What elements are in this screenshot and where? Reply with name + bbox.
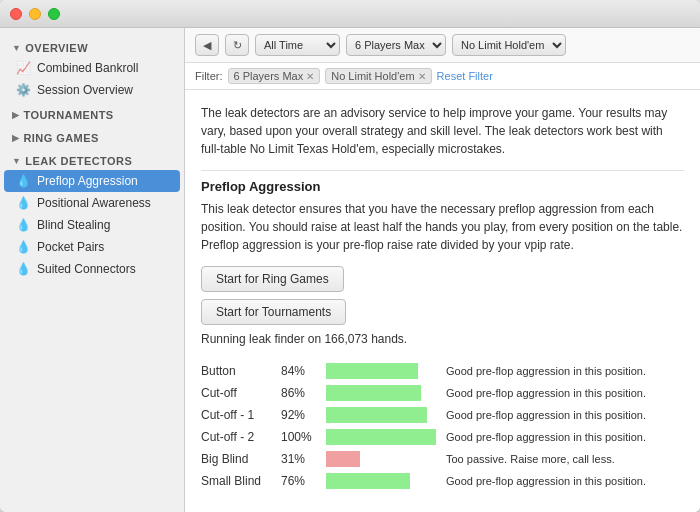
suited-connectors-label: Suited Connectors bbox=[37, 262, 136, 276]
position-bar-container bbox=[326, 404, 446, 426]
position-pct: 92% bbox=[281, 404, 326, 426]
position-note: Good pre-flop aggression in this positio… bbox=[446, 426, 684, 448]
sidebar-item-combined-bankroll[interactable]: 📈 Combined Bankroll bbox=[0, 57, 184, 79]
position-note: Good pre-flop aggression in this positio… bbox=[446, 404, 684, 426]
refresh-icon: ↻ bbox=[233, 39, 242, 52]
table-row: Button 84% Good pre-flop aggression in t… bbox=[201, 360, 684, 382]
reset-filter-link[interactable]: Reset Filter bbox=[437, 70, 493, 82]
position-bar-container bbox=[326, 382, 446, 404]
divider bbox=[201, 170, 684, 171]
overview-arrow: ▼ bbox=[12, 43, 21, 53]
sidebar-section-leak-detectors[interactable]: ▼ LEAK DETECTORS bbox=[0, 147, 184, 170]
filter-tag-players[interactable]: 6 Players Max ✕ bbox=[228, 68, 321, 84]
main-content: The leak detectors are an advisory servi… bbox=[185, 90, 700, 512]
position-pct: 86% bbox=[281, 382, 326, 404]
position-name: Small Blind bbox=[201, 470, 281, 492]
position-note: Good pre-flop aggression in this positio… bbox=[446, 470, 684, 492]
table-row: Cut-off 86% Good pre-flop aggression in … bbox=[201, 382, 684, 404]
table-row: Cut-off - 2 100% Good pre-flop aggressio… bbox=[201, 426, 684, 448]
position-name: Cut-off bbox=[201, 382, 281, 404]
position-bar-container bbox=[326, 470, 446, 492]
players-select[interactable]: 6 Players Max 9 Players Max All bbox=[346, 34, 446, 56]
table-row: Small Blind 76% Good pre-flop aggression… bbox=[201, 470, 684, 492]
section-desc: This leak detector ensures that you have… bbox=[201, 200, 684, 254]
sidebar-item-blind-stealing[interactable]: 💧 Blind Stealing bbox=[0, 214, 184, 236]
leak-detectors-arrow: ▼ bbox=[12, 156, 21, 166]
btn-ring-games[interactable]: Start for Ring Games bbox=[201, 266, 344, 292]
position-bar-container bbox=[326, 426, 446, 448]
ring-games-arrow: ▶ bbox=[12, 133, 19, 143]
drop-icon-suited: 💧 bbox=[16, 262, 31, 276]
toolbar: ◀ ↻ All Time This Year This Month This W… bbox=[185, 28, 700, 63]
tournaments-label: TOURNAMENTS bbox=[23, 109, 113, 121]
position-pct: 31% bbox=[281, 448, 326, 470]
main-window: ▼ OVERVIEW 📈 Combined Bankroll ⚙️ Sessio… bbox=[0, 0, 700, 512]
tournaments-arrow: ▶ bbox=[12, 110, 19, 120]
position-note: Good pre-flop aggression in this positio… bbox=[446, 382, 684, 404]
table-row: Cut-off - 1 92% Good pre-flop aggression… bbox=[201, 404, 684, 426]
sidebar-item-suited-connectors[interactable]: 💧 Suited Connectors bbox=[0, 258, 184, 280]
position-note: Too passive. Raise more, call less. bbox=[446, 448, 684, 470]
position-bar bbox=[326, 451, 360, 467]
position-name: Cut-off - 1 bbox=[201, 404, 281, 426]
drop-icon-blind: 💧 bbox=[16, 218, 31, 232]
combined-bankroll-label: Combined Bankroll bbox=[37, 61, 138, 75]
position-bar-container bbox=[326, 360, 446, 382]
close-button[interactable] bbox=[10, 8, 22, 20]
position-name: Cut-off - 2 bbox=[201, 426, 281, 448]
leak-detectors-label: LEAK DETECTORS bbox=[25, 155, 132, 167]
ring-games-label: RING GAMES bbox=[23, 132, 98, 144]
sidebar-item-pocket-pairs[interactable]: 💧 Pocket Pairs bbox=[0, 236, 184, 258]
main-panel: ◀ ↻ All Time This Year This Month This W… bbox=[185, 28, 700, 512]
filter-tag-game-remove[interactable]: ✕ bbox=[418, 71, 426, 82]
blind-stealing-label: Blind Stealing bbox=[37, 218, 110, 232]
sidebar-item-session-overview[interactable]: ⚙️ Session Overview bbox=[0, 79, 184, 101]
minimize-button[interactable] bbox=[29, 8, 41, 20]
position-bar bbox=[326, 473, 410, 489]
sidebar-item-positional-awareness[interactable]: 💧 Positional Awareness bbox=[0, 192, 184, 214]
back-icon: ◀ bbox=[203, 39, 211, 52]
position-bar bbox=[326, 363, 418, 379]
position-bar bbox=[326, 385, 421, 401]
positions-table: Button 84% Good pre-flop aggression in t… bbox=[201, 360, 684, 492]
drop-icon-pocket: 💧 bbox=[16, 240, 31, 254]
gear-icon: ⚙️ bbox=[16, 83, 31, 97]
positional-awareness-label: Positional Awareness bbox=[37, 196, 151, 210]
back-button[interactable]: ◀ bbox=[195, 34, 219, 56]
overview-label: OVERVIEW bbox=[25, 42, 88, 54]
position-bar bbox=[326, 407, 427, 423]
refresh-button[interactable]: ↻ bbox=[225, 34, 249, 56]
position-pct: 84% bbox=[281, 360, 326, 382]
preflop-aggression-label: Preflop Aggression bbox=[37, 174, 138, 188]
session-overview-label: Session Overview bbox=[37, 83, 133, 97]
content-area: ▼ OVERVIEW 📈 Combined Bankroll ⚙️ Sessio… bbox=[0, 28, 700, 512]
sidebar-section-ring-games[interactable]: ▶ RING GAMES bbox=[0, 124, 184, 147]
position-bar bbox=[326, 429, 436, 445]
filter-tag-players-label: 6 Players Max bbox=[234, 70, 304, 82]
maximize-button[interactable] bbox=[48, 8, 60, 20]
section-title: Preflop Aggression bbox=[201, 179, 684, 194]
position-note: Good pre-flop aggression in this positio… bbox=[446, 360, 684, 382]
filter-label: Filter: bbox=[195, 70, 223, 82]
time-select[interactable]: All Time This Year This Month This Week bbox=[255, 34, 340, 56]
pocket-pairs-label: Pocket Pairs bbox=[37, 240, 104, 254]
intro-text: The leak detectors are an advisory servi… bbox=[201, 104, 684, 158]
position-name: Big Blind bbox=[201, 448, 281, 470]
filter-bar: Filter: 6 Players Max ✕ No Limit Hold'em… bbox=[185, 63, 700, 90]
position-bar-container bbox=[326, 448, 446, 470]
game-select[interactable]: No Limit Hold'em Pot Limit Omaha All bbox=[452, 34, 566, 56]
sidebar-section-tournaments[interactable]: ▶ TOURNAMENTS bbox=[0, 101, 184, 124]
chart-icon: 📈 bbox=[16, 61, 31, 75]
filter-tag-game-label: No Limit Hold'em bbox=[331, 70, 414, 82]
btn-tournaments[interactable]: Start for Tournaments bbox=[201, 299, 346, 325]
sidebar-item-preflop-aggression[interactable]: 💧 Preflop Aggression bbox=[4, 170, 180, 192]
filter-tag-players-remove[interactable]: ✕ bbox=[306, 71, 314, 82]
sidebar: ▼ OVERVIEW 📈 Combined Bankroll ⚙️ Sessio… bbox=[0, 28, 185, 512]
position-name: Button bbox=[201, 360, 281, 382]
sidebar-section-overview[interactable]: ▼ OVERVIEW bbox=[0, 34, 184, 57]
position-pct: 100% bbox=[281, 426, 326, 448]
running-text: Running leak finder on 166,073 hands. bbox=[201, 332, 684, 346]
table-row: Big Blind 31% Too passive. Raise more, c… bbox=[201, 448, 684, 470]
position-pct: 76% bbox=[281, 470, 326, 492]
filter-tag-game[interactable]: No Limit Hold'em ✕ bbox=[325, 68, 431, 84]
